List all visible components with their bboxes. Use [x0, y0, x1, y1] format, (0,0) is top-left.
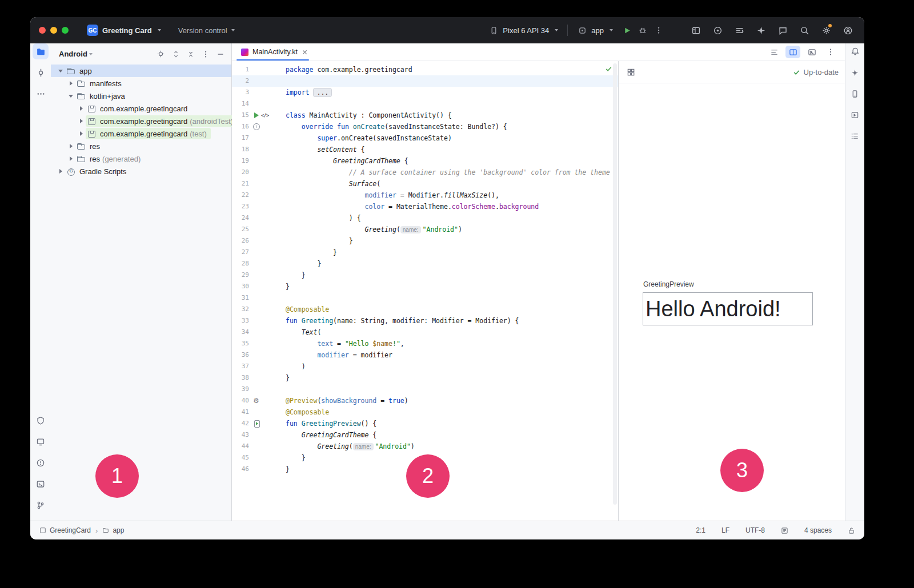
code-line-29[interactable]: 29 } [232, 269, 618, 281]
code-line-1[interactable]: 1package com.example.greetingcard [232, 64, 618, 75]
code-line-21[interactable]: 21 Surface( [232, 178, 618, 190]
task-list-icon[interactable] [734, 25, 744, 35]
tree-item-app[interactable]: app [51, 65, 231, 77]
debug-button[interactable] [635, 22, 651, 38]
code-line-33[interactable]: 33fun Greeting(name: String, modifier: M… [232, 315, 618, 327]
code-line-19[interactable]: 19 GreetingCardTheme { [232, 155, 618, 167]
design-view-button[interactable] [804, 46, 819, 58]
problems-icon[interactable] [33, 455, 49, 471]
screen-capture-icon[interactable] [712, 25, 723, 35]
device-selector[interactable]: Pixel 6 API 34 [483, 25, 564, 35]
code-line-36[interactable]: 36 modifier = modifier [232, 349, 618, 361]
chevron-right-icon[interactable] [66, 152, 75, 165]
split-view-button[interactable] [785, 46, 800, 58]
user-avatar-icon[interactable] [843, 25, 853, 35]
code-line-23[interactable]: 23 color = MaterialTheme.colorScheme.bac… [232, 201, 618, 212]
tree-item-res[interactable]: res [51, 140, 231, 152]
inspections-ok-icon[interactable] [605, 65, 612, 73]
override-gutter-icon[interactable]: ↑ [253, 123, 260, 130]
breadcrumb-project[interactable]: GreetingCard [50, 526, 91, 534]
preview-grid-icon[interactable] [627, 68, 635, 76]
preview-build-status[interactable]: Up-to-date [793, 68, 839, 76]
code-line-35[interactable]: 35 text = "Hello $name!", [232, 338, 618, 349]
chevron-right-icon[interactable] [66, 77, 75, 90]
code-line-39[interactable]: 39 [232, 384, 618, 395]
run-configuration-selector[interactable]: app [571, 25, 619, 35]
code-line-18[interactable]: 18 setContent { [232, 144, 618, 155]
code-line-32[interactable]: 32@Composable [232, 304, 618, 315]
tree-item-com-example-greetingcard[interactable]: com.example.greetingcard(test) [51, 127, 231, 140]
code-line-37[interactable]: 37 ) [232, 361, 618, 372]
chevron-right-icon[interactable] [77, 115, 86, 127]
close-tab-icon[interactable] [302, 49, 308, 55]
locate-file-icon[interactable] [157, 50, 165, 58]
minimize-window-button[interactable] [50, 27, 57, 34]
device-manager-icon[interactable] [847, 86, 863, 102]
code-line-43[interactable]: 43 GreetingCardTheme { [232, 429, 618, 441]
panel-options-icon[interactable] [202, 50, 210, 58]
zoom-window-button[interactable] [62, 27, 69, 34]
tree-item-res[interactable]: res(generated) [51, 152, 231, 165]
run-gutter-icon[interactable] [254, 112, 259, 118]
settings-gear-icon[interactable] [821, 25, 831, 35]
code-view-button[interactable] [767, 46, 781, 58]
running-devices-icon[interactable] [847, 107, 863, 123]
shield-icon[interactable] [33, 413, 49, 429]
code-line-3[interactable]: 3import ... [232, 87, 618, 98]
preview-component-label[interactable]: GreetingPreview [643, 280, 694, 288]
chevron-right-icon[interactable] [66, 140, 75, 152]
code-line-17[interactable]: 17 super.onCreate(savedInstanceState) [232, 132, 618, 144]
tab-mainactivity[interactable]: MainActivity.kt [232, 43, 314, 61]
code-line-2[interactable]: 2 [232, 75, 618, 87]
gear-gutter-icon[interactable]: ⚙ [253, 397, 259, 405]
chevron-down-icon[interactable] [66, 90, 75, 102]
lock-icon[interactable] [848, 527, 855, 534]
more-actions-button[interactable] [651, 22, 667, 38]
prerun-gutter-icon[interactable] [254, 420, 260, 428]
code-line-27[interactable]: 27 } [232, 247, 618, 258]
project-tool-window-button[interactable] [33, 43, 49, 59]
code-line-26[interactable]: 26 } [232, 235, 618, 247]
search-icon[interactable] [799, 25, 809, 35]
tree-item-com-example-greetingcard[interactable]: com.example.greetingcard [51, 102, 231, 115]
chevron-right-icon[interactable] [77, 127, 86, 140]
breadcrumb-module[interactable]: app [113, 526, 124, 534]
indent-setting[interactable]: 4 spaces [804, 526, 832, 534]
code-line-15[interactable]: 15</>class MainActivity : ComponentActiv… [232, 110, 618, 121]
more-tool-windows-icon[interactable] [33, 86, 49, 102]
git-branch-icon[interactable] [33, 497, 49, 513]
indent-guide-icon[interactable] [781, 527, 788, 534]
file-encoding[interactable]: UTF-8 [745, 526, 765, 534]
code-line-31[interactable]: 31 [232, 292, 618, 304]
project-selector[interactable]: GC Greeting Card [87, 25, 161, 36]
notifications-bell-icon[interactable] [847, 43, 863, 59]
tree-item-gradle-scripts[interactable]: Gradle Scripts [51, 165, 231, 178]
tag-gutter-icon[interactable]: </> [261, 110, 269, 121]
code-line-14[interactable]: 14 [232, 98, 618, 110]
code-line-42[interactable]: 42fun GreetingPreview() { [232, 418, 618, 429]
chevron-right-icon[interactable] [77, 102, 86, 115]
ai-assistant-icon[interactable] [847, 65, 863, 80]
code-line-20[interactable]: 20 // A surface container using the 'bac… [232, 167, 618, 178]
code-editor[interactable]: 1package com.example.greetingcard23impor… [232, 61, 618, 521]
tree-item-com-example-greetingcard[interactable]: com.example.greetingcard(androidTest) [51, 115, 231, 127]
code-line-38[interactable]: 38} [232, 372, 618, 384]
build-variants-icon[interactable] [847, 128, 863, 144]
code-line-34[interactable]: 34 Text( [232, 327, 618, 338]
code-line-25[interactable]: 25 Greeting(name:"Android") [232, 224, 618, 235]
code-line-16[interactable]: 16↑ override fun onCreate(savedInstanceS… [232, 121, 618, 132]
close-window-button[interactable] [39, 27, 46, 34]
collapse-all-icon[interactable] [187, 50, 195, 58]
tree-item-kotlin-java[interactable]: kotlin+java [51, 90, 231, 102]
tree-item-manifests[interactable]: manifests [51, 77, 231, 90]
commit-icon[interactable] [33, 65, 49, 80]
terminal-icon[interactable] [33, 476, 49, 492]
code-line-41[interactable]: 41@Composable [232, 406, 618, 418]
ai-spark-icon[interactable] [756, 25, 766, 35]
code-line-30[interactable]: 30} [232, 281, 618, 292]
vcs-widget[interactable]: Version control [178, 26, 235, 35]
preview-component-frame[interactable]: Hello Android! [643, 292, 813, 325]
code-line-28[interactable]: 28 } [232, 258, 618, 269]
project-view-selector[interactable]: Android [59, 50, 87, 58]
code-line-22[interactable]: 22 modifier = Modifier.fillMaxSize(), [232, 190, 618, 201]
